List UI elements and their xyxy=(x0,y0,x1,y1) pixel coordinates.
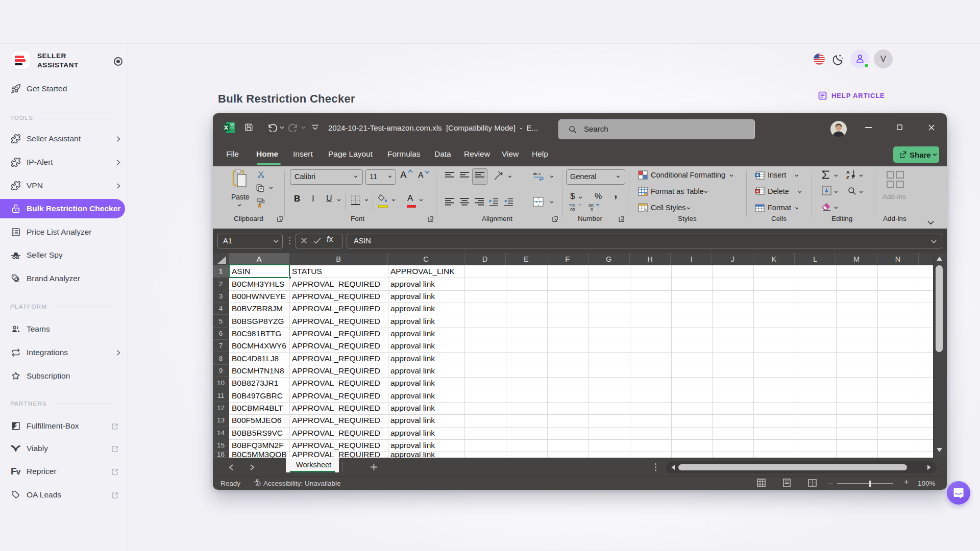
svg-text:.00: .00 xyxy=(569,207,575,212)
svg-text:.0: .0 xyxy=(590,207,593,212)
svg-text:c: c xyxy=(538,171,541,176)
svg-text:Z: Z xyxy=(846,174,849,180)
svg-text:ab: ab xyxy=(533,171,537,176)
